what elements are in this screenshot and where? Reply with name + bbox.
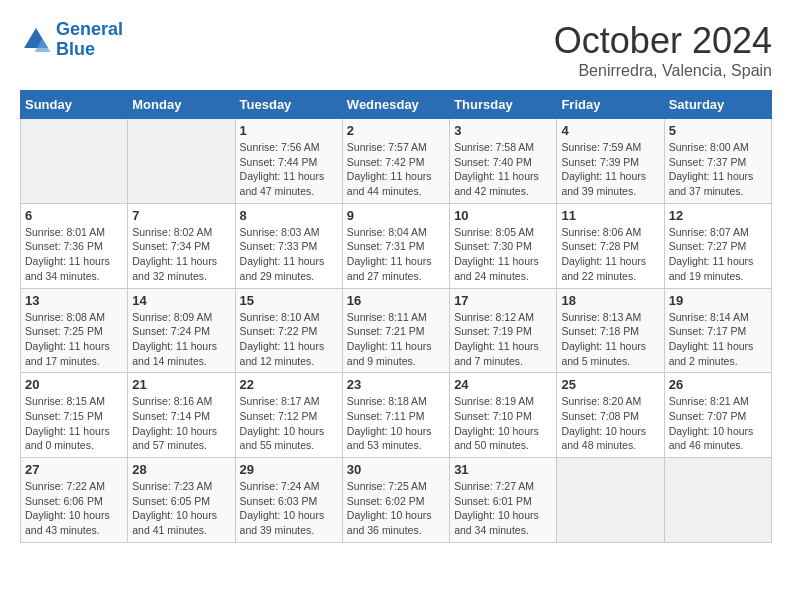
calendar-cell — [557, 458, 664, 543]
day-info: Sunrise: 8:09 AM Sunset: 7:24 PM Dayligh… — [132, 310, 230, 369]
calendar-week-row: 1 Sunrise: 7:56 AM Sunset: 7:44 PM Dayli… — [21, 119, 772, 204]
day-info: Sunrise: 8:19 AM Sunset: 7:10 PM Dayligh… — [454, 394, 552, 453]
calendar-cell: 21 Sunrise: 8:16 AM Sunset: 7:14 PM Dayl… — [128, 373, 235, 458]
day-info: Sunrise: 8:13 AM Sunset: 7:18 PM Dayligh… — [561, 310, 659, 369]
day-number: 11 — [561, 208, 659, 223]
day-number: 23 — [347, 377, 445, 392]
sunrise-text: Sunrise: 8:11 AM — [347, 311, 427, 323]
day-number: 25 — [561, 377, 659, 392]
calendar-table: SundayMondayTuesdayWednesdayThursdayFrid… — [20, 90, 772, 543]
weekday-header-sunday: Sunday — [21, 91, 128, 119]
sunset-text: Sunset: 7:36 PM — [25, 240, 103, 252]
sunset-text: Sunset: 7:39 PM — [561, 156, 639, 168]
day-number: 21 — [132, 377, 230, 392]
day-info: Sunrise: 8:01 AM Sunset: 7:36 PM Dayligh… — [25, 225, 123, 284]
day-info: Sunrise: 7:59 AM Sunset: 7:39 PM Dayligh… — [561, 140, 659, 199]
sunset-text: Sunset: 7:21 PM — [347, 325, 425, 337]
calendar-cell: 14 Sunrise: 8:09 AM Sunset: 7:24 PM Dayl… — [128, 288, 235, 373]
day-number: 9 — [347, 208, 445, 223]
day-info: Sunrise: 8:21 AM Sunset: 7:07 PM Dayligh… — [669, 394, 767, 453]
day-info: Sunrise: 8:16 AM Sunset: 7:14 PM Dayligh… — [132, 394, 230, 453]
daylight-text: Daylight: 10 hours and 36 minutes. — [347, 509, 432, 536]
calendar-cell: 16 Sunrise: 8:11 AM Sunset: 7:21 PM Dayl… — [342, 288, 449, 373]
sunset-text: Sunset: 7:33 PM — [240, 240, 318, 252]
day-info: Sunrise: 8:12 AM Sunset: 7:19 PM Dayligh… — [454, 310, 552, 369]
calendar-cell: 20 Sunrise: 8:15 AM Sunset: 7:15 PM Dayl… — [21, 373, 128, 458]
sunset-text: Sunset: 6:03 PM — [240, 495, 318, 507]
daylight-text: Daylight: 11 hours and 34 minutes. — [25, 255, 110, 282]
day-number: 5 — [669, 123, 767, 138]
day-number: 8 — [240, 208, 338, 223]
calendar-cell: 8 Sunrise: 8:03 AM Sunset: 7:33 PM Dayli… — [235, 203, 342, 288]
sunrise-text: Sunrise: 8:15 AM — [25, 395, 105, 407]
day-info: Sunrise: 7:24 AM Sunset: 6:03 PM Dayligh… — [240, 479, 338, 538]
sunrise-text: Sunrise: 8:05 AM — [454, 226, 534, 238]
sunrise-text: Sunrise: 8:01 AM — [25, 226, 105, 238]
sunset-text: Sunset: 7:44 PM — [240, 156, 318, 168]
daylight-text: Daylight: 10 hours and 57 minutes. — [132, 425, 217, 452]
sunset-text: Sunset: 7:28 PM — [561, 240, 639, 252]
calendar-week-row: 13 Sunrise: 8:08 AM Sunset: 7:25 PM Dayl… — [21, 288, 772, 373]
daylight-text: Daylight: 10 hours and 50 minutes. — [454, 425, 539, 452]
sunset-text: Sunset: 7:40 PM — [454, 156, 532, 168]
sunrise-text: Sunrise: 7:24 AM — [240, 480, 320, 492]
calendar-body: 1 Sunrise: 7:56 AM Sunset: 7:44 PM Dayli… — [21, 119, 772, 543]
sunrise-text: Sunrise: 8:17 AM — [240, 395, 320, 407]
sunset-text: Sunset: 7:25 PM — [25, 325, 103, 337]
day-info: Sunrise: 8:14 AM Sunset: 7:17 PM Dayligh… — [669, 310, 767, 369]
calendar-cell: 6 Sunrise: 8:01 AM Sunset: 7:36 PM Dayli… — [21, 203, 128, 288]
day-info: Sunrise: 7:23 AM Sunset: 6:05 PM Dayligh… — [132, 479, 230, 538]
daylight-text: Daylight: 10 hours and 55 minutes. — [240, 425, 325, 452]
daylight-text: Daylight: 10 hours and 39 minutes. — [240, 509, 325, 536]
day-number: 26 — [669, 377, 767, 392]
sunrise-text: Sunrise: 7:23 AM — [132, 480, 212, 492]
daylight-text: Daylight: 10 hours and 43 minutes. — [25, 509, 110, 536]
sunrise-text: Sunrise: 8:18 AM — [347, 395, 427, 407]
sunrise-text: Sunrise: 8:06 AM — [561, 226, 641, 238]
sunset-text: Sunset: 7:27 PM — [669, 240, 747, 252]
day-number: 6 — [25, 208, 123, 223]
calendar-cell: 18 Sunrise: 8:13 AM Sunset: 7:18 PM Dayl… — [557, 288, 664, 373]
day-info: Sunrise: 7:22 AM Sunset: 6:06 PM Dayligh… — [25, 479, 123, 538]
daylight-text: Daylight: 11 hours and 42 minutes. — [454, 170, 539, 197]
day-number: 28 — [132, 462, 230, 477]
daylight-text: Daylight: 10 hours and 41 minutes. — [132, 509, 217, 536]
weekday-header-monday: Monday — [128, 91, 235, 119]
weekday-header-friday: Friday — [557, 91, 664, 119]
daylight-text: Daylight: 11 hours and 44 minutes. — [347, 170, 432, 197]
calendar-cell: 24 Sunrise: 8:19 AM Sunset: 7:10 PM Dayl… — [450, 373, 557, 458]
day-info: Sunrise: 8:11 AM Sunset: 7:21 PM Dayligh… — [347, 310, 445, 369]
sunset-text: Sunset: 7:14 PM — [132, 410, 210, 422]
sunrise-text: Sunrise: 8:00 AM — [669, 141, 749, 153]
calendar-week-row: 27 Sunrise: 7:22 AM Sunset: 6:06 PM Dayl… — [21, 458, 772, 543]
day-info: Sunrise: 8:10 AM Sunset: 7:22 PM Dayligh… — [240, 310, 338, 369]
day-number: 27 — [25, 462, 123, 477]
calendar-cell: 25 Sunrise: 8:20 AM Sunset: 7:08 PM Dayl… — [557, 373, 664, 458]
calendar-cell: 15 Sunrise: 8:10 AM Sunset: 7:22 PM Dayl… — [235, 288, 342, 373]
daylight-text: Daylight: 11 hours and 29 minutes. — [240, 255, 325, 282]
day-number: 18 — [561, 293, 659, 308]
day-number: 3 — [454, 123, 552, 138]
calendar-cell: 26 Sunrise: 8:21 AM Sunset: 7:07 PM Dayl… — [664, 373, 771, 458]
daylight-text: Daylight: 11 hours and 17 minutes. — [25, 340, 110, 367]
day-info: Sunrise: 8:04 AM Sunset: 7:31 PM Dayligh… — [347, 225, 445, 284]
calendar-cell: 4 Sunrise: 7:59 AM Sunset: 7:39 PM Dayli… — [557, 119, 664, 204]
day-info: Sunrise: 7:27 AM Sunset: 6:01 PM Dayligh… — [454, 479, 552, 538]
sunrise-text: Sunrise: 7:22 AM — [25, 480, 105, 492]
sunset-text: Sunset: 7:42 PM — [347, 156, 425, 168]
day-info: Sunrise: 7:58 AM Sunset: 7:40 PM Dayligh… — [454, 140, 552, 199]
day-info: Sunrise: 8:05 AM Sunset: 7:30 PM Dayligh… — [454, 225, 552, 284]
sunrise-text: Sunrise: 8:08 AM — [25, 311, 105, 323]
sunrise-text: Sunrise: 7:56 AM — [240, 141, 320, 153]
calendar-cell: 19 Sunrise: 8:14 AM Sunset: 7:17 PM Dayl… — [664, 288, 771, 373]
sunrise-text: Sunrise: 7:58 AM — [454, 141, 534, 153]
calendar-cell: 28 Sunrise: 7:23 AM Sunset: 6:05 PM Dayl… — [128, 458, 235, 543]
calendar-week-row: 20 Sunrise: 8:15 AM Sunset: 7:15 PM Dayl… — [21, 373, 772, 458]
sunset-text: Sunset: 7:30 PM — [454, 240, 532, 252]
day-info: Sunrise: 8:06 AM Sunset: 7:28 PM Dayligh… — [561, 225, 659, 284]
sunset-text: Sunset: 7:37 PM — [669, 156, 747, 168]
sunset-text: Sunset: 7:19 PM — [454, 325, 532, 337]
logo: General Blue — [20, 20, 123, 60]
sunrise-text: Sunrise: 8:10 AM — [240, 311, 320, 323]
sunrise-text: Sunrise: 7:27 AM — [454, 480, 534, 492]
